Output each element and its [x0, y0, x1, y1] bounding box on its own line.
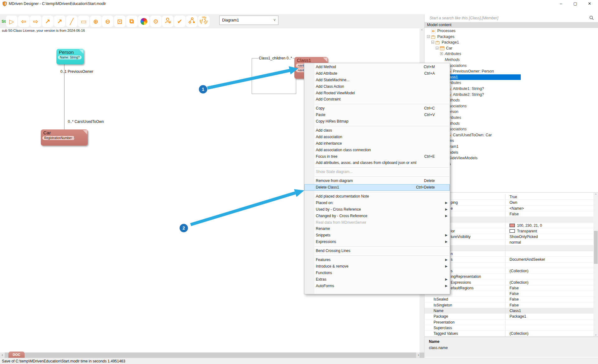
menu-item-remove-from-diagram[interactable]: Remove from diagramDelete: [304, 178, 450, 184]
tree-item-diagrams[interactable]: −Diagrams: [425, 138, 598, 144]
menu-item-add-inheritance[interactable]: Add inheritance: [304, 140, 450, 147]
tree-item-methods[interactable]: Methods: [425, 57, 598, 63]
collapse-icon[interactable]: −: [436, 47, 439, 49]
verify-check-button[interactable]: ✔: [174, 16, 186, 27]
access-groups-button[interactable]: [162, 16, 173, 27]
tree-item-attribute2-string[interactable]: Attribute2: String?: [425, 92, 598, 98]
tree-item-associations[interactable]: Associations: [425, 103, 598, 109]
tree-item-methods[interactable]: Methods: [425, 121, 598, 127]
tree-item-queries[interactable]: Queries: [425, 161, 598, 167]
property-row-superclass[interactable]: Superclass: [425, 325, 593, 331]
tree-item-attributes[interactable]: −Attributes: [425, 80, 598, 86]
menu-item-delete-class1[interactable]: Delete Class1Ctrl+Delete: [304, 184, 450, 191]
close-button[interactable]: ✕: [583, 0, 596, 7]
property-grid-column-divider[interactable]: [505, 194, 505, 337]
menu-item-copy-hires-bitmap[interactable]: Copy HiRes Bitmap: [304, 118, 450, 125]
tree-item-methods[interactable]: Methods: [425, 97, 598, 103]
tree-item-attributes[interactable]: +Attributes: [425, 115, 598, 121]
tree-item-associations[interactable]: Associations: [425, 63, 598, 69]
menu-item-add-statemachine[interactable]: Add StateMachine...: [304, 77, 450, 83]
settings-gears-button[interactable]: ⚙: [150, 16, 162, 27]
color-wheel-button[interactable]: [138, 16, 150, 27]
property-row-package[interactable]: PackagePackage1: [425, 314, 593, 319]
menu-item-features[interactable]: Features▶: [304, 257, 450, 263]
scroll-up-icon[interactable]: ⌃: [420, 28, 424, 33]
tree-item-attribute1-string[interactable]: Attribute1: String?: [425, 86, 598, 92]
scroll-left-icon[interactable]: ‹: [0, 352, 5, 358]
menu-item-add-class[interactable]: Add class: [304, 127, 450, 134]
zoom-in-button[interactable]: ⊕: [90, 16, 102, 27]
nav-forward-button[interactable]: ⇨: [30, 16, 41, 27]
expand-icon[interactable]: +: [440, 52, 443, 55]
scroll-down-icon[interactable]: ⌄: [593, 332, 598, 337]
menu-item-snippets[interactable]: Snippets▶: [304, 232, 450, 239]
menu-item-introduce-remove[interactable]: Introduce & remove▶: [304, 263, 450, 270]
menu-item-add-class-action[interactable]: Add Class Action: [304, 83, 450, 90]
minimize-button[interactable]: –: [554, 0, 567, 7]
tree-item-diagram1[interactable]: Diagram1: [425, 144, 598, 150]
tree-item-carsiusedtoown-car[interactable]: CarsIUsedToOwn: Car: [425, 132, 598, 138]
menu-item-bend-crossing-lines[interactable]: Bend Crossing Lines: [304, 248, 450, 254]
panel-splitter[interactable]: [425, 192, 598, 193]
search-icon[interactable]: [589, 16, 594, 21]
menu-item-add-association[interactable]: Add association: [304, 134, 450, 140]
draw-association-button[interactable]: ↗: [42, 16, 54, 27]
menu-item-paste[interactable]: PasteCtrl+V: [304, 112, 450, 118]
class-box-person[interactable]: Person Name: String?: [56, 49, 84, 64]
menu-item-add-constraint[interactable]: Add Constraint: [304, 96, 450, 103]
zoom-out-button[interactable]: ⊖: [102, 16, 113, 27]
scroll-up-icon[interactable]: ⌃: [593, 193, 598, 197]
draw-directed-association-button[interactable]: ↗: [54, 16, 65, 27]
tree-item-serversideviewmodels[interactable]: ServerSideViewModels: [425, 155, 598, 161]
tree-item-processes[interactable]: Processes: [425, 28, 598, 34]
draw-dependency-button[interactable]: ╱: [66, 16, 78, 27]
menu-item-rename[interactable]: Rename: [304, 226, 450, 232]
menu-item-changed-by-cross-reference[interactable]: Changed by - Cross Reference▶: [304, 213, 450, 219]
menu-item-autoforms[interactable]: AutoForms▶: [304, 283, 450, 289]
menu-item-focus-in-tree[interactable]: Focus in treeCtrl+E: [304, 153, 450, 160]
menu-item-functions[interactable]: Functions: [304, 270, 450, 276]
property-row-presentation[interactable]: Presentation: [425, 320, 593, 325]
menu-item-extras[interactable]: Extras▶: [304, 276, 450, 283]
property-row-issealed[interactable]: IsSealedFalse: [425, 296, 593, 302]
tree-item-viewmodels[interactable]: ViewModels: [425, 150, 598, 156]
model-search-input[interactable]: Start a search like this [Class].[Member…: [425, 14, 598, 22]
menu-item-expressions[interactable]: Expressions▶: [304, 239, 450, 245]
place-class-button[interactable]: ▭: [78, 16, 89, 27]
run-viewmodel-button[interactable]: ⧉: [126, 16, 138, 27]
menu-item-add-rooted-viewmodel[interactable]: Add Rooted ViewModel: [304, 90, 450, 96]
property-row-issingleton[interactable]: IsSingletonFalse: [425, 302, 593, 308]
nav-back-button[interactable]: ⇦: [18, 16, 30, 27]
tree-item-packages[interactable]: −Packages: [425, 34, 598, 40]
validate-window-button[interactable]: ⊡: [114, 16, 126, 27]
menu-item-add-method[interactable]: Add MethodCtrl+M: [304, 64, 450, 70]
scrollbar-thumb[interactable]: [594, 231, 598, 264]
collapse-icon[interactable]: −: [431, 41, 434, 44]
menu-item-used-by-cross-reference[interactable]: Used by - Cross Reference▶: [304, 206, 450, 213]
tree-item-class1[interactable]: −Class1: [425, 74, 598, 80]
run-button[interactable]: ▷: [6, 16, 17, 27]
canvas-horizontal-scrollbar[interactable]: [0, 352, 424, 358]
property-grid-scrollbar[interactable]: ⌃ ⌄: [593, 193, 598, 337]
menu-item-copy[interactable]: CopyCtrl+C: [304, 105, 450, 112]
mdriven-logo-button[interactable]: [198, 16, 210, 27]
tree-item-associations[interactable]: Associations: [425, 126, 598, 132]
maximize-button[interactable]: ▢: [569, 0, 582, 7]
menu-item-add-attribute[interactable]: Add AttributeCtrl+A: [304, 70, 450, 77]
menu-item-add-attributes-assoc-and-classes-from-clipboard-json-or-xml[interactable]: Add attributes, assoc. and classes from …: [304, 160, 450, 166]
collapse-icon[interactable]: −: [427, 35, 430, 38]
tree-item-attributes[interactable]: +Attributes: [425, 51, 598, 57]
tree-item-previousowner-person[interactable]: PreviousOwner: Person: [425, 68, 598, 74]
property-row-tagged-values[interactable]: Tagged Values(Collection): [425, 331, 593, 336]
diagram-selector-dropdown[interactable]: Diagram1 ˅: [219, 16, 278, 25]
tree-item-person[interactable]: −Person: [425, 109, 598, 115]
menu-item-add-association-class-connection[interactable]: Add association class connection: [304, 147, 450, 153]
tree-item-package1[interactable]: −Package1: [425, 40, 598, 45]
property-row-name[interactable]: NameClass1: [425, 308, 593, 314]
state-diagram-button[interactable]: [186, 16, 197, 27]
menu-item-placed-on[interactable]: Placed on:▶: [304, 200, 450, 206]
class-box-car[interactable]: Car RegistrationNumber: String?: [41, 129, 88, 146]
doc-tab[interactable]: DOC: [8, 352, 25, 358]
tree-item-car[interactable]: −Car: [425, 45, 598, 51]
menu-item-add-placed-documentation-note[interactable]: Add placed documentation Note: [304, 193, 450, 200]
